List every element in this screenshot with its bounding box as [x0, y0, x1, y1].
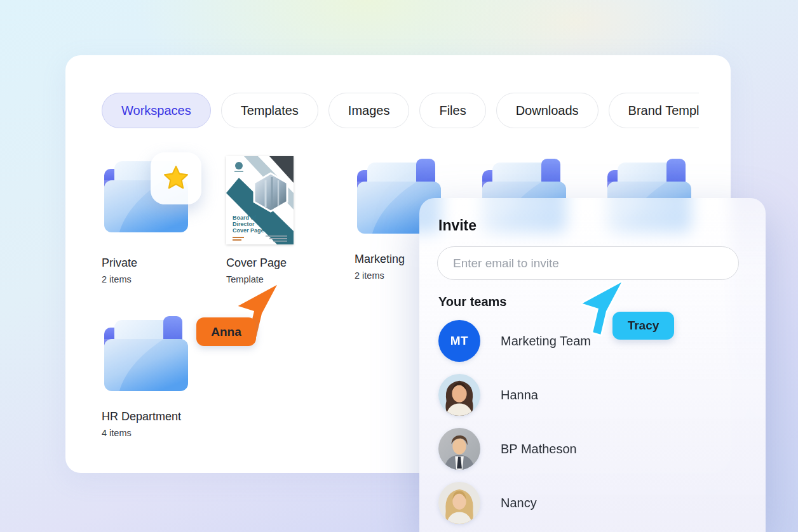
template-name: Cover Page	[226, 256, 287, 270]
tab-images[interactable]: Images	[328, 93, 410, 128]
member-name: Hanna	[501, 388, 538, 402]
avatar-nancy	[438, 482, 480, 524]
folder-name-hr: HR Department	[102, 410, 181, 423]
folder-icon	[102, 316, 191, 391]
svg-text:Cover Page: Cover Page	[233, 227, 264, 234]
tracy-cursor-label: Tracy	[612, 312, 674, 340]
tab-brand-templates[interactable]: Brand Templates	[609, 93, 699, 128]
favorite-badge	[151, 152, 201, 204]
desktop-background: Workspaces Templates Images Files Downlo…	[0, 0, 798, 532]
folder-name-marketing: Marketing	[355, 253, 405, 266]
template-thumbnail[interactable]: Board of Director Cover Page	[226, 156, 294, 244]
member-row-bp-matheson[interactable]: BP Matheson	[438, 427, 743, 470]
member-row-hanna[interactable]: Hanna	[438, 373, 743, 416]
avatar-hanna	[438, 374, 480, 416]
folder-count-marketing: 2 items	[355, 270, 384, 281]
invite-title: Invite	[438, 217, 477, 234]
member-row-nancy[interactable]: Nancy	[438, 481, 743, 524]
folder-count-private: 2 items	[102, 274, 132, 284]
anna-cursor-label: Anna	[196, 317, 256, 346]
template-cover-art: Board of Director Cover Page	[226, 156, 294, 244]
avatar-marketing-team: MT	[438, 320, 480, 362]
tab-files[interactable]: Files	[419, 93, 485, 128]
member-name: Nancy	[501, 496, 537, 510]
svg-text:Board of: Board of	[233, 215, 257, 221]
your-teams-heading: Your teams	[438, 295, 506, 309]
folder-name-private: Private	[102, 256, 137, 270]
tab-bar: Workspaces Templates Images Files Downlo…	[102, 93, 699, 128]
tab-downloads[interactable]: Downloads	[496, 93, 598, 128]
svg-text:Director: Director	[233, 221, 255, 227]
avatar-bp-matheson	[438, 428, 480, 470]
member-name: Marketing Team	[501, 334, 591, 349]
invite-dialog: Invite Your teams MT Marketing Team Hann…	[419, 198, 766, 532]
invite-email-input[interactable]	[437, 246, 739, 280]
tab-templates[interactable]: Templates	[221, 93, 318, 128]
tab-workspaces[interactable]: Workspaces	[102, 93, 211, 128]
star-icon	[158, 161, 194, 196]
member-name: BP Matheson	[501, 442, 577, 456]
folder-count-hr: 4 items	[102, 428, 132, 438]
folder-tile-hr[interactable]	[102, 316, 191, 391]
